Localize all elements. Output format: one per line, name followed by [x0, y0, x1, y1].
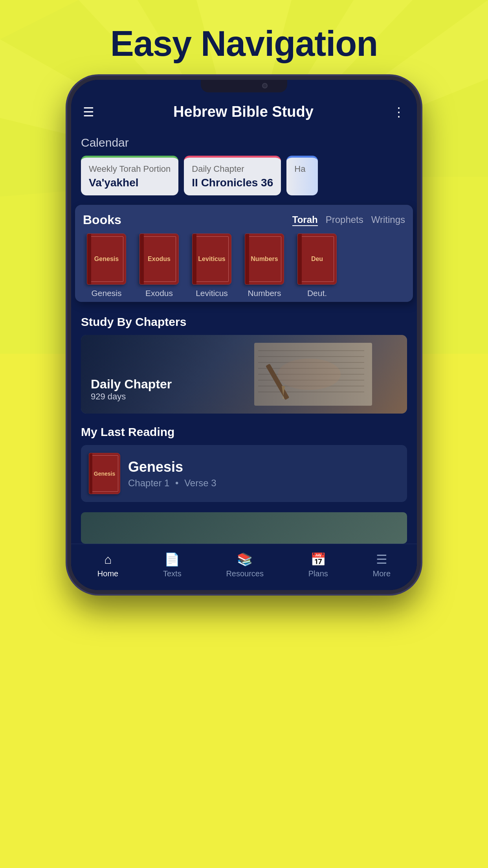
notch	[201, 80, 287, 92]
daily-chapter-title: Daily Chapter	[91, 377, 172, 392]
nav-item-plans[interactable]: 📅 Plans	[308, 552, 328, 578]
daily-chapter-text: Daily Chapter 929 days	[91, 377, 172, 402]
book-title-cover-genesis: Genesis	[91, 256, 122, 263]
app-title-part1: Hebrew	[173, 103, 231, 120]
last-reading-verse: Verse 3	[184, 478, 216, 488]
bottom-preview-strip	[81, 512, 407, 544]
bottom-nav: ⌂ Home 📄 Texts 📚 Resources 📅 Plans	[71, 544, 417, 590]
book-title-cover-exodus: Exodus	[145, 256, 174, 263]
tab-prophets[interactable]: Prophets	[326, 214, 363, 226]
last-reading-book-title: Genesis	[94, 471, 115, 477]
calendar-label: Calendar	[81, 136, 407, 149]
partial-card[interactable]: Ha	[286, 156, 318, 195]
plans-icon: 📅	[310, 552, 326, 567]
book-item-numbers[interactable]: Numbers Numbers	[241, 234, 288, 298]
book-name-deut: Deut.	[307, 289, 327, 298]
book-name-leviticus: Leviticus	[196, 289, 228, 298]
last-reading-chapter: Chapter 1	[128, 478, 169, 488]
last-reading-book-name: Genesis	[128, 459, 216, 475]
last-reading-title: My Last Reading	[81, 425, 407, 439]
hamburger-icon[interactable]: ☰	[83, 105, 94, 120]
last-reading-card[interactable]: Genesis Genesis Chapter 1 • Verse 3	[81, 445, 407, 502]
power-button	[419, 158, 421, 190]
nav-item-home[interactable]: ⌂ Home	[97, 552, 118, 578]
home-label: Home	[97, 569, 118, 578]
book-spine	[87, 234, 91, 284]
daily-chapter-label: Daily Chapter	[192, 164, 273, 174]
book-cover-leviticus: Leviticus	[192, 234, 231, 285]
page-title: Easy Navigation	[110, 24, 378, 64]
texts-icon: 📄	[164, 552, 180, 567]
books-tabs: Torah Prophets Writings	[292, 214, 405, 226]
last-reading-spine	[89, 453, 92, 494]
books-row: Genesis Genesis Exodus Exodus	[83, 234, 405, 298]
study-section: Study By Chapters	[71, 307, 417, 417]
nav-item-more[interactable]: ☰ More	[372, 552, 391, 578]
plans-label: Plans	[308, 569, 328, 578]
tab-writings[interactable]: Writings	[371, 214, 405, 226]
daily-chapter-subtitle: 929 days	[91, 392, 172, 402]
last-reading-book-cover: Genesis	[89, 453, 120, 494]
more-options-icon[interactable]: ⋮	[393, 105, 405, 120]
volume-up-button	[419, 202, 421, 233]
book-item-leviticus[interactable]: Leviticus Leviticus	[188, 234, 235, 298]
weekly-torah-card[interactable]: Weekly Torah Portion Va'yakhel	[81, 156, 178, 195]
book-title-cover-deut: Deu	[308, 256, 326, 263]
phone-wrapper: 9:41 ☰ Hebrew Bible Study ⋮ Calendar We	[67, 76, 421, 594]
book-spine	[140, 234, 144, 284]
calendar-section: Calendar Weekly Torah Portion Va'yakhel …	[71, 128, 417, 199]
weekly-torah-label: Weekly Torah Portion	[89, 164, 171, 174]
books-title: Books	[83, 213, 121, 227]
home-icon: ⌂	[104, 552, 112, 567]
more-icon: ☰	[376, 552, 387, 567]
book-name-genesis: Genesis	[91, 289, 121, 298]
phone-shell: 9:41 ☰ Hebrew Bible Study ⋮ Calendar We	[67, 76, 421, 594]
last-reading-section: My Last Reading Genesis Genesis Chapter …	[71, 417, 417, 506]
book-cover-deut: Deu	[297, 234, 337, 285]
app-title: Hebrew Bible Study	[173, 103, 314, 120]
book-name-numbers: Numbers	[248, 289, 281, 298]
book-cover-genesis: Genesis	[87, 234, 126, 285]
nav-item-resources[interactable]: 📚 Resources	[226, 552, 264, 578]
book-item-genesis[interactable]: Genesis Genesis	[83, 234, 130, 298]
daily-chapter-banner[interactable]: Daily Chapter 929 days	[81, 335, 407, 414]
resources-icon: 📚	[237, 552, 253, 567]
nav-item-texts[interactable]: 📄 Texts	[163, 552, 182, 578]
camera	[262, 83, 268, 88]
weekly-torah-value: Va'yakhel	[89, 177, 171, 189]
book-spine	[298, 234, 302, 284]
daily-chapter-value: II Chronicles 36	[192, 177, 273, 189]
phone-screen: 9:41 ☰ Hebrew Bible Study ⋮ Calendar We	[71, 80, 417, 590]
top-nav: ☰ Hebrew Bible Study ⋮	[71, 99, 417, 128]
book-title-cover-leviticus: Leviticus	[195, 256, 228, 263]
book-item-exodus[interactable]: Exodus Exodus	[136, 234, 183, 298]
calendar-cards: Weekly Torah Portion Va'yakhel Daily Cha…	[81, 156, 407, 195]
book-cover-exodus: Exodus	[139, 234, 179, 285]
book-name-exodus: Exodus	[145, 289, 173, 298]
volume-down-button	[67, 178, 69, 229]
screen-content: Calendar Weekly Torah Portion Va'yakhel …	[71, 128, 417, 590]
partial-card-label: Ha	[294, 164, 310, 174]
book-title-cover-numbers: Numbers	[248, 256, 281, 263]
last-reading-location: Chapter 1 • Verse 3	[128, 478, 216, 489]
book-item-deut[interactable]: Deu Deut.	[294, 234, 341, 298]
daily-chapter-card[interactable]: Daily Chapter II Chronicles 36	[184, 156, 281, 195]
books-header: Books Torah Prophets Writings	[83, 213, 405, 227]
tab-torah[interactable]: Torah	[292, 214, 318, 226]
book-cover-numbers: Numbers	[245, 234, 284, 285]
last-reading-info: Genesis Chapter 1 • Verse 3	[128, 459, 216, 489]
more-label: More	[372, 569, 391, 578]
daily-chapter-overlay	[81, 335, 407, 414]
app-title-part2: Bible Study	[231, 103, 314, 120]
study-title: Study By Chapters	[81, 315, 407, 329]
resources-label: Resources	[226, 569, 264, 578]
separator: •	[175, 478, 181, 488]
texts-label: Texts	[163, 569, 182, 578]
books-card: Books Torah Prophets Writings Genesi	[75, 205, 413, 302]
